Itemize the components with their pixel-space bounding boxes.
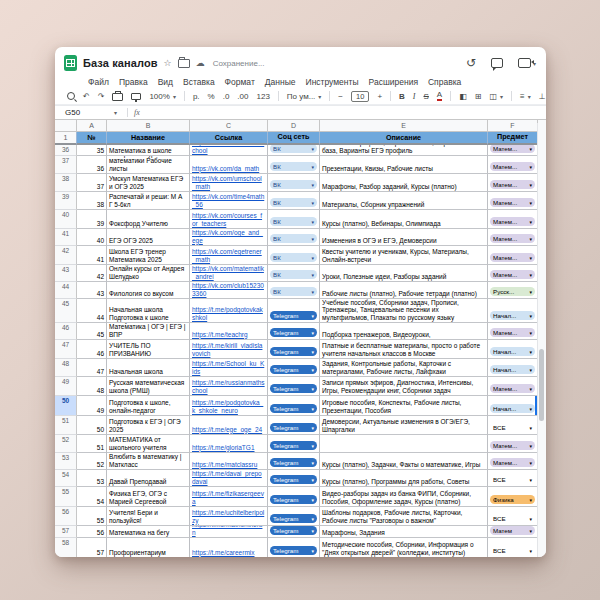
search-icon[interactable]	[67, 92, 75, 100]
channel-link[interactable]: https://t.me/careermix	[192, 549, 265, 557]
decrease-font-size-button[interactable]: −	[338, 92, 343, 101]
cell-social-network[interactable]: ВК▾	[268, 229, 320, 246]
subject-chip[interactable]: Матем▾	[490, 526, 535, 535]
subject-chip[interactable]: ВСЕ▾	[490, 546, 535, 555]
cell-link[interactable]: https://t.me/uchitelberipolzy	[190, 507, 268, 526]
cell-link[interactable]: https://t.me/ege_oge_24	[190, 416, 268, 435]
subject-chip[interactable]: Матем...▾	[490, 253, 535, 262]
cell-link[interactable]: https://t.me/matclassru	[190, 453, 268, 470]
cell-number[interactable]: 50	[77, 416, 107, 435]
cell-number[interactable]: 43	[77, 282, 107, 299]
cell-link[interactable]: https://t.me/podgotovkakshkol	[190, 299, 268, 323]
channel-link[interactable]: https://t.me/uchitelberipolzy	[192, 509, 265, 524]
row-header[interactable]: 51	[55, 416, 77, 435]
channel-link[interactable]: https://t.me/teachrg	[192, 331, 265, 339]
cell-number[interactable]: 53	[77, 470, 107, 487]
cell-description[interactable]: Марафоны, Разбор заданий, Курсы (платно)	[320, 174, 488, 192]
social-network-chip[interactable]: Telegram▾	[270, 475, 317, 484]
channel-link[interactable]: https://t.me/davai_prepodavai	[192, 470, 265, 485]
row-header[interactable]: 42	[55, 246, 77, 265]
cell-description[interactable]: Рабочие листы (платно), Рабочие тетради …	[320, 282, 488, 299]
cell-description[interactable]: Платные и бесплатные материалы, просто о…	[320, 340, 488, 359]
channel-link[interactable]: https://vk.com/matematik_andrei	[192, 265, 265, 280]
cell-subject[interactable]: Матем...▾	[488, 323, 538, 340]
cell-description[interactable]: Методические пособия, Сборники, Информац…	[320, 538, 488, 557]
cell-channel-name[interactable]: Школа ЕГЭ тренер Математика 2025	[107, 246, 190, 265]
cell-description[interactable]	[320, 435, 488, 453]
cell-channel-name[interactable]: Учителя! Бери и пользуйся!	[107, 507, 190, 526]
cell-link[interactable]: https://vk.com/umschool_math	[190, 174, 268, 192]
social-network-chip[interactable]: ВК▾	[270, 198, 317, 207]
cell-description[interactable]: Изменения в ОГЭ и ЕГЭ, Демоверсии	[320, 229, 488, 246]
row-header[interactable]: 39	[55, 192, 77, 210]
horizontal-align-button[interactable]: ≡▾	[520, 92, 531, 101]
cell-link[interactable]: https://t.me/teachrg	[190, 323, 268, 340]
social-network-chip[interactable]: Telegram▾	[270, 384, 317, 393]
cell-channel-name[interactable]: Фоксфорд Учителю	[107, 210, 190, 229]
cell-social-network[interactable]: Telegram▾	[268, 299, 320, 323]
cell-social-network[interactable]: Telegram▾	[268, 487, 320, 507]
social-network-chip[interactable]: ВК▾	[270, 145, 317, 153]
row-header[interactable]: 47	[55, 340, 77, 359]
channel-link[interactable]: https://vk.com/math_at_school	[192, 145, 265, 154]
fill-color-button[interactable]: ◧	[459, 92, 467, 101]
channel-link[interactable]: https://t.me/russianmathschool	[192, 379, 265, 394]
decrease-decimals-button[interactable]: .0	[223, 92, 230, 101]
cell-link[interactable]: https://t.me/gloriaTG1	[190, 435, 268, 453]
channel-link[interactable]: https://t.me/ege_oge_24	[192, 426, 265, 434]
cell-description[interactable]: Шаблоны подарков, Рабочие листы, Карточк…	[320, 507, 488, 526]
social-network-chip[interactable]: Telegram▾	[270, 311, 317, 320]
cell-channel-name[interactable]: Математика в школе	[107, 145, 190, 156]
cell-social-network[interactable]: Telegram▾	[268, 340, 320, 359]
cell-subject[interactable]: Физика▾	[488, 487, 538, 507]
cell-social-network[interactable]: Telegram▾	[268, 416, 320, 435]
subject-chip[interactable]: Матем...▾	[490, 234, 535, 243]
header-cell-2[interactable]: Ссылка	[190, 132, 268, 145]
channel-link[interactable]: https://t.me/gloriaTG1	[192, 444, 265, 452]
channel-link[interactable]: https://t.me/kirill_vladislavovich	[192, 342, 265, 357]
cell-description[interactable]: Марафоны, Задания	[320, 526, 488, 538]
bold-button[interactable]: B	[399, 92, 405, 101]
cell-description[interactable]: Записи прямых эфиров, Диагностика, Интен…	[320, 377, 488, 396]
social-network-chip[interactable]: Telegram▾	[270, 404, 317, 413]
more-formats-button[interactable]: 123	[256, 92, 269, 101]
subject-chip[interactable]: Начал...▾	[490, 311, 535, 320]
cell-link[interactable]: https://vk.com/egetrener_math	[190, 246, 268, 265]
row-header[interactable]: 41	[55, 229, 77, 246]
cell-link[interactable]: https://t.me/podgotovka_k_shkole_neuro	[190, 396, 268, 416]
cell-subject[interactable]: Матем...▾	[488, 246, 538, 265]
subject-chip[interactable]: Матем...▾	[490, 217, 535, 226]
cell-channel-name[interactable]: Подготовка к ЕГЭ | ОГЭ 2025	[107, 416, 190, 435]
scrollbar-thumb[interactable]	[539, 349, 544, 421]
borders-button[interactable]: ⊞	[475, 92, 482, 101]
percent-format-button[interactable]: %	[208, 92, 215, 101]
cell-description[interactable]: Демоверсии, Актуальные изменения в ОГЭ/Е…	[320, 416, 488, 435]
cell-description[interactable]: Учебные пособия, Сборники задач, Прописи…	[320, 299, 488, 323]
cell-link[interactable]: https://t.me/kirill_vladislavovich	[190, 340, 268, 359]
subject-chip[interactable]: Начал...▾	[490, 404, 535, 413]
subject-chip[interactable]: Начал...▾	[490, 365, 535, 374]
menu-item-правка[interactable]: Правка	[119, 77, 148, 87]
cell-link[interactable]: https://t.me/careermix	[190, 538, 268, 557]
cell-channel-name[interactable]: Начальная школа Подготовка к школе	[107, 299, 190, 323]
cell-link[interactable]: https://vk.com/matematik_andrei	[190, 265, 268, 282]
subject-chip[interactable]: Матем...▾	[490, 458, 535, 467]
italic-button[interactable]: I	[413, 92, 416, 101]
cell-channel-name[interactable]: Русская математическая школа (РМШ)	[107, 377, 190, 396]
header-cell-1[interactable]: Название	[107, 132, 190, 145]
redo-icon[interactable]: ↷	[98, 92, 105, 101]
cell-number[interactable]: 41	[77, 246, 107, 265]
menu-item-вставка[interactable]: Вставка	[183, 77, 215, 87]
row-header[interactable]: 52	[55, 435, 77, 453]
cell-social-network[interactable]: Telegram▾	[268, 396, 320, 416]
merge-cells-button[interactable]: ◫▾	[489, 92, 503, 101]
move-folder-icon[interactable]	[178, 59, 190, 68]
name-box[interactable]: G50▾	[55, 108, 121, 117]
cell-description[interactable]: Квесты учителю и ученикам, Курсы, Матери…	[320, 246, 488, 265]
subject-chip[interactable]: Матем...▾	[490, 162, 535, 171]
cell-description[interactable]: Задания, Контрольные работы, Карточки с …	[320, 359, 488, 377]
cell-subject[interactable]: Матем...▾	[488, 145, 538, 156]
font-size-input[interactable]: 10	[351, 91, 369, 102]
cell-channel-name[interactable]: Умскул Математика ЕГЭ и ОГЭ 2025	[107, 174, 190, 192]
currency-format-button[interactable]: р.	[193, 92, 200, 101]
